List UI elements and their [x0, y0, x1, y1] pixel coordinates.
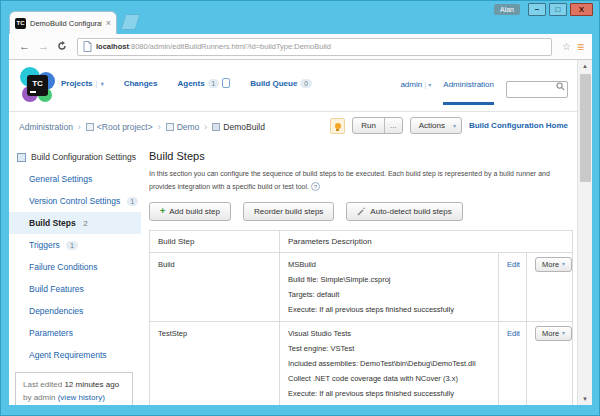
edit-link[interactable]: Edit: [507, 260, 520, 269]
more-button[interactable]: More▾: [535, 326, 572, 341]
page-icon: [83, 41, 92, 52]
vertical-scrollbar[interactable]: ▲ ▼: [577, 60, 592, 405]
maximize-button[interactable]: □: [549, 3, 567, 16]
tab-close-button[interactable]: ×: [106, 19, 111, 28]
sidebar-header-build-configuration-settings[interactable]: Build Configuration Settings: [9, 146, 141, 168]
more-button[interactable]: More▾: [535, 257, 572, 272]
more-label: More: [542, 328, 559, 339]
scroll-down-icon[interactable]: ▼: [578, 396, 592, 402]
table-row-teststep: TestStep Visual Studio Tests Test engine…: [150, 322, 573, 406]
sidebar-item-build-steps[interactable]: Build Steps 2: [9, 212, 141, 234]
chevron-down-icon: ▾: [453, 122, 456, 129]
run-split-button: Run ...: [352, 117, 402, 134]
sidebar-item-version-control-settings[interactable]: Version Control Settings 1: [9, 190, 141, 212]
nav-projects[interactable]: Projects | ▾: [61, 79, 104, 88]
browser-tab[interactable]: TC DemoBuild Configuration ×: [9, 11, 117, 34]
sidebar-item-general-settings[interactable]: General Settings: [9, 168, 141, 190]
sidebar-item-label: Triggers: [29, 240, 60, 250]
column-header-build-step: Build Step: [150, 231, 280, 253]
scroll-up-icon[interactable]: ▲: [578, 63, 592, 69]
param-line: Collect .NET code coverage data with NCo…: [288, 371, 490, 386]
sidebar-item-agent-requirements[interactable]: Agent Requirements: [9, 344, 141, 366]
build-steps-section: Build Steps In this section you can conf…: [141, 142, 592, 404]
reload-icon: [57, 41, 67, 51]
count-badge: 1: [66, 241, 78, 250]
param-line: Included assemblies: DemoTest\bin\Debug\…: [288, 356, 490, 371]
auto-detect-label: Auto-detect build steps: [370, 207, 451, 216]
back-button[interactable]: ←: [19, 41, 30, 52]
user-menu[interactable]: admin | ▾: [400, 80, 431, 89]
lightbulb-icon: [335, 123, 341, 129]
project-icon: [86, 123, 94, 131]
forward-button[interactable]: →: [38, 41, 49, 52]
description-text: In this section you can configure the se…: [149, 170, 550, 190]
param-line: MSBuild: [288, 257, 490, 272]
close-button[interactable]: X: [570, 3, 593, 16]
url-path: :8080/admin/editBuildRunners.html?id=bui…: [129, 42, 331, 51]
hamburger-menu-icon[interactable]: ≡: [577, 40, 584, 54]
breadcrumb-label: <Root project>: [97, 122, 153, 132]
reload-button[interactable]: [57, 41, 67, 53]
last-edited-box: Last edited 12 minutes ago by admin (vie…: [15, 372, 133, 405]
sidebar-item-triggers[interactable]: Triggers 1: [9, 234, 141, 256]
breadcrumb-label: Demo: [177, 122, 200, 132]
bookmark-star-icon[interactable]: ☆: [562, 41, 571, 52]
teamcity-favicon-icon: TC: [15, 18, 26, 29]
search-wrap: [506, 78, 568, 98]
sidebar-item-label: Failure Conditions: [29, 262, 98, 272]
minimize-button[interactable]: −: [528, 3, 546, 16]
nav-build-queue[interactable]: Build Queue 0: [250, 79, 312, 88]
url-host: localhost: [96, 42, 129, 51]
browser-window: Alan − □ X TC DemoBuild Configuration × …: [0, 0, 600, 416]
breadcrumb-demo[interactable]: Demo: [166, 122, 200, 132]
build-configuration-icon: [212, 123, 220, 131]
breadcrumb-root-project[interactable]: <Root project>: [86, 122, 153, 132]
add-build-step-button[interactable]: + Add build step: [149, 202, 231, 221]
teamcity-page: TC Projects | ▾ Changes Agents 1: [9, 60, 592, 405]
nav-agents-label: Agents: [177, 79, 204, 88]
nav-separator: |: [424, 80, 426, 89]
sidebar-item-build-features[interactable]: Build Features: [9, 278, 141, 300]
view-history-link[interactable]: (view history): [58, 393, 105, 402]
run-button[interactable]: Run: [353, 118, 384, 133]
step-name: Build: [150, 253, 280, 322]
table-row-build: Build MSBuild Build file: Simple\Simple.…: [150, 253, 573, 322]
auto-detect-build-steps-button[interactable]: Auto-detect build steps: [346, 202, 462, 221]
user-badge: Alan: [494, 4, 520, 15]
last-edited-time: 12 minutes ago: [64, 380, 119, 389]
teamcity-logo: TC: [19, 67, 57, 105]
scrollbar-thumb[interactable]: [580, 74, 591, 182]
content-area: Build Configuration Settings General Set…: [9, 142, 592, 404]
nav-changes[interactable]: Changes: [124, 79, 158, 88]
wand-icon: [357, 207, 366, 216]
reorder-build-steps-button[interactable]: Reorder build steps: [243, 202, 334, 221]
address-bar[interactable]: localhost:8080/admin/editBuildRunners.ht…: [77, 38, 552, 56]
agents-count-badge: 1: [208, 79, 220, 88]
breadcrumb-administration[interactable]: Administration: [19, 122, 73, 132]
run-options-button[interactable]: ...: [384, 118, 402, 133]
titlebar-controls: Alan − □ X: [494, 3, 593, 16]
sidebar-item-dependencies[interactable]: Dependencies: [9, 300, 141, 322]
param-line: Build file: Simple\Simple.csproj: [288, 272, 490, 287]
edit-link[interactable]: Edit: [507, 329, 520, 338]
nav-agents[interactable]: Agents 1: [177, 78, 230, 88]
hint-button[interactable]: [330, 118, 345, 134]
new-tab-button[interactable]: [120, 14, 140, 30]
sidebar-item-failure-conditions[interactable]: Failure Conditions: [9, 256, 141, 278]
step-parameters: Visual Studio Tests Test engine: VSTest …: [280, 322, 499, 406]
settings-sidebar: Build Configuration Settings General Set…: [9, 142, 141, 404]
sidebar-item-label: Parameters: [29, 328, 73, 338]
agent-status-icon: [222, 78, 230, 88]
build-configuration-home-link[interactable]: Build Configuration Home: [469, 121, 568, 130]
actions-button[interactable]: Actions ▾: [410, 117, 462, 134]
page-title: Build Steps: [149, 150, 573, 162]
help-icon[interactable]: ?: [311, 182, 320, 191]
breadcrumb-separator: ›: [158, 122, 161, 132]
more-label: More: [542, 259, 559, 270]
sidebar-item-parameters[interactable]: Parameters: [9, 322, 141, 344]
url-text: localhost:8080/admin/editBuildRunners.ht…: [96, 42, 331, 51]
user-name: admin: [400, 80, 422, 89]
nav-projects-label: Projects: [61, 79, 93, 88]
chevron-down-icon: ▾: [101, 80, 104, 87]
nav-administration[interactable]: Administration: [443, 80, 494, 105]
